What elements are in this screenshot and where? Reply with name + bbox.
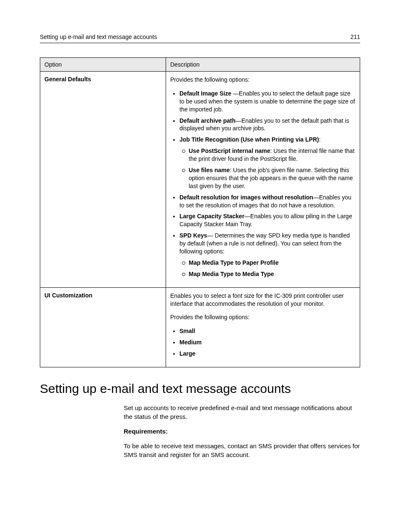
uic-p1: Enables you to select a font size for th… (170, 292, 356, 308)
bold-term: Small (179, 328, 195, 334)
table-header-row: Option Description (40, 58, 360, 72)
header-left: Setting up e-mail and text message accou… (40, 34, 157, 40)
bold-term: Map Media Type to Media Type (189, 271, 274, 277)
requirements-text: To be able to receive text messages, con… (124, 442, 360, 459)
jtr-sublist: Use PostScript internal name: Uses the i… (179, 147, 356, 190)
list-item: Default archive path—Enables you to set … (179, 117, 356, 133)
list-item: Job Title Recognition (Use when Printing… (179, 136, 356, 190)
page-number: 211 (351, 34, 360, 40)
desc-ui-customization: Enables you to select a font size for th… (166, 287, 360, 367)
list-item: Default resolution for images without re… (179, 194, 356, 209)
page: Setting up e-mail and text message accou… (0, 0, 400, 490)
table-row: UI Customization Enables you to select a… (40, 287, 360, 367)
options-table: Option Description General Defaults Prov… (40, 57, 360, 367)
desc-general-defaults: Provides the following options: Default … (166, 72, 360, 288)
col-option-header: Option (40, 58, 166, 72)
list-item: Map Media Type to Paper Profile (189, 259, 356, 267)
uic-bullet-list: Small Medium Large (170, 327, 356, 358)
option-general-defaults: General Defaults (40, 72, 166, 288)
list-item: Large Capacity Stacker—Enables you to al… (179, 212, 356, 228)
list-item: Map Media Type to Media Type (189, 270, 356, 278)
col-description-header: Description (166, 58, 360, 72)
requirements-heading: Requirements: (124, 427, 360, 436)
list-item: Small (179, 327, 356, 335)
section-heading: Setting up e-mail and text message accou… (40, 382, 360, 396)
uic-p2: Provides the following options: (170, 313, 356, 321)
list-item: Default Image Size —Enables you to selec… (179, 90, 356, 114)
bold-term: Default archive path (179, 117, 236, 124)
bold-term: Default resolution for images without re… (179, 194, 313, 201)
gd-intro: Provides the following options: (170, 76, 356, 84)
desc-text: : (319, 136, 321, 143)
section-intro: Set up accounts to receive predefined e-… (124, 403, 360, 421)
bold-term: Large Capacity Stacker (179, 213, 244, 220)
list-item: SPD Keys— Determines the way SPD key med… (179, 232, 356, 278)
running-header: Setting up e-mail and text message accou… (40, 34, 360, 43)
bold-term: Default Image Size (179, 90, 233, 97)
list-item: Use PostScript internal name: Uses the i… (189, 147, 356, 163)
gd-bullet-list: Default Image Size —Enables you to selec… (170, 90, 356, 278)
bold-term: Use PostScript internal name (189, 147, 270, 154)
bold-term: Map Media Type to Paper Profile (189, 259, 278, 266)
bold-term: Medium (179, 339, 202, 346)
option-ui-customization: UI Customization (40, 287, 166, 367)
table-row: General Defaults Provides the following … (40, 72, 360, 288)
bold-term: Job Title Recognition (Use when Printing… (179, 136, 319, 143)
section-body: Set up accounts to receive predefined e-… (124, 403, 360, 459)
list-item: Large (179, 350, 356, 358)
spd-sublist: Map Media Type to Paper Profile Map Medi… (179, 259, 356, 278)
list-item: Medium (179, 338, 356, 346)
bold-term: SPD Keys (179, 232, 207, 239)
list-item: Use files name: Uses the job's given fil… (189, 166, 356, 190)
bold-term: Large (179, 350, 195, 357)
bold-term: Use files name (189, 167, 230, 173)
